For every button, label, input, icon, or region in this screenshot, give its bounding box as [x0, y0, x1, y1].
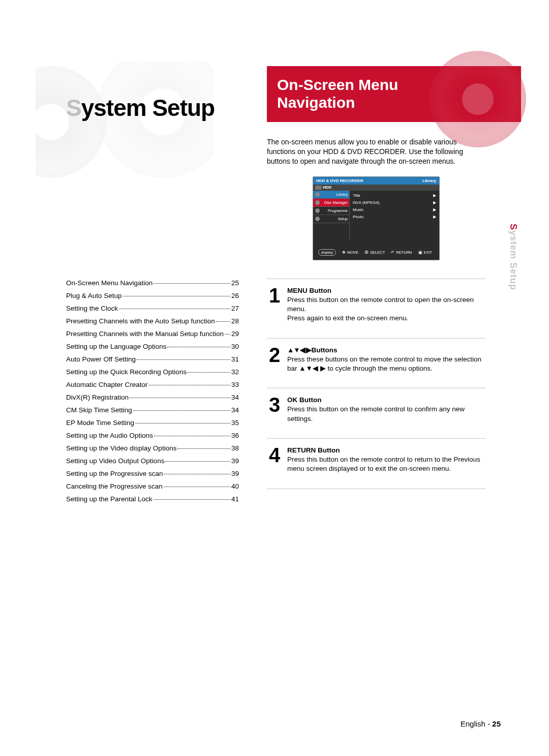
- toc-page: 32: [231, 368, 239, 376]
- step-text: Press this button on the remote control …: [287, 296, 474, 313]
- disc-decor: [36, 61, 214, 239]
- anykey-pill: Anykey: [318, 249, 336, 256]
- toc-page: 41: [231, 495, 239, 503]
- toc-page: 39: [231, 457, 239, 465]
- toc-label: Setting up the Parental Lock: [66, 495, 152, 503]
- toc-label: Plug & Auto Setup: [66, 292, 122, 299]
- toc-page: 28: [231, 317, 239, 325]
- return-icon: ↶: [391, 250, 394, 255]
- step-title: MENU Button: [287, 287, 331, 294]
- step-number: 2: [267, 346, 282, 364]
- step-number: 1: [267, 286, 282, 305]
- dpad-icon: ✥: [342, 250, 346, 255]
- step-number: 4: [267, 446, 282, 464]
- toc-row: EP Mode Time Setting35: [66, 419, 239, 427]
- toc-row: Setting up the Video display Options38: [66, 444, 239, 452]
- toc-row: Presetting Channels with the Manual Setu…: [66, 330, 239, 338]
- step-text: Press these buttons on the remote contro…: [287, 355, 481, 372]
- toc-row: Setting up the Parental Lock41: [66, 495, 239, 503]
- divider: [267, 488, 485, 489]
- page-footer: English - 25: [461, 719, 501, 728]
- toc-page: 36: [231, 432, 239, 439]
- clock-icon: [315, 208, 320, 213]
- side-tab: System Setup: [508, 224, 518, 290]
- toc-page: 34: [231, 406, 239, 414]
- step-1: 1 MENU Button Press this button on the r…: [267, 286, 485, 323]
- toc-row: Setting up the Language Options30: [66, 343, 239, 350]
- toc-row: Presetting Channels with the Auto Setup …: [66, 317, 239, 325]
- divider: [267, 438, 485, 439]
- toc-page: 33: [231, 381, 239, 388]
- step-2: 2 ▲▼◀ ▶Buttons Press these buttons on th…: [267, 346, 485, 374]
- step-title: RETURN Button: [287, 446, 340, 454]
- toc-page: 40: [231, 482, 239, 490]
- step-number: 3: [267, 396, 282, 414]
- toc-label: Setting up the Quick Recording Options: [66, 368, 187, 376]
- toc-row: Canceling the Progressive scan40: [66, 482, 239, 490]
- exit-icon: ▣: [418, 250, 422, 255]
- step-text: Press this button on the remote control …: [287, 456, 480, 472]
- toc-row: Setting the Clock27: [66, 305, 239, 312]
- library-icon: [315, 192, 320, 197]
- toc-page: 30: [231, 343, 239, 350]
- toc-label: Setting up the Progressive scan: [66, 470, 163, 477]
- toc-page: 29: [231, 330, 239, 338]
- toc-page: 34: [231, 394, 239, 401]
- toc-row: On-Screen Menu Navigation25: [66, 279, 239, 287]
- toc-row: Plug & Auto Setup26: [66, 292, 239, 299]
- toc-page: 39: [231, 470, 239, 477]
- ms-header-left: HDD & DVD RECORDER: [316, 178, 363, 183]
- ms-header-right: Library: [422, 178, 436, 183]
- toc-label: On-Screen Menu Navigation: [66, 279, 152, 287]
- toc-row: Auto Power Off Setting31: [66, 355, 239, 363]
- toc-page: 38: [231, 444, 239, 452]
- toc-label: Setting up the Video display Options: [66, 444, 176, 452]
- toc-row: Setting up Video Output Options39: [66, 457, 239, 465]
- arrow-buttons-icon: ▲▼◀ ▶: [287, 346, 311, 354]
- toc-row: CM Skip Time Setting34: [66, 406, 239, 414]
- toc-label: Presetting Channels with the Auto Setup …: [66, 317, 215, 325]
- step-text: Press again to exit the on-screen menu.: [287, 314, 409, 322]
- toc-label: CM Skip Time Setting: [66, 406, 132, 414]
- title-rest: ystem Setup: [81, 95, 215, 121]
- footer-select: ⦿SELECT: [364, 250, 385, 255]
- toc-page: 26: [231, 292, 239, 299]
- toc-row: DivX(R) Registration34: [66, 394, 239, 401]
- ok-icon: ⦿: [364, 250, 369, 255]
- footer-exit: ▣EXIT: [418, 250, 433, 255]
- toc-label: Auto Power Off Setting: [66, 355, 136, 363]
- table-of-contents: On-Screen Menu Navigation25 Plug & Auto …: [66, 279, 239, 503]
- toc-row: Automatic Chapter Creator33: [66, 381, 239, 388]
- toc-label: EP Mode Time Setting: [66, 419, 134, 427]
- toc-row: Setting up the Progressive scan39: [66, 470, 239, 477]
- toc-label: Setting up the Language Options: [66, 343, 166, 350]
- ms-side-item: Library: [313, 191, 349, 199]
- onscreen-menu-illustration: HDD & DVD RECORDER Library HDD Library D…: [313, 176, 440, 260]
- hdd-icon: [315, 186, 321, 190]
- disc-icon: [315, 200, 320, 205]
- toc-row: Setting up the Audio Options36: [66, 432, 239, 439]
- footer-move: ✥MOVE: [342, 250, 358, 255]
- divider: [267, 387, 485, 388]
- step-3: 3 OK Button Press this button on the rem…: [267, 396, 485, 424]
- ms-side-item: Programme: [313, 207, 349, 215]
- toc-label: DivX(R) Registration: [66, 394, 129, 401]
- toc-label: Setting the Clock: [66, 305, 118, 312]
- step-title: Buttons: [311, 346, 337, 354]
- toc-label: Setting up the Audio Options: [66, 432, 153, 439]
- divider: [267, 278, 485, 279]
- page-heading: On-Screen Menu Navigation: [267, 66, 485, 111]
- divider: [267, 338, 485, 339]
- step-text: Press this button on the remote control …: [287, 405, 465, 422]
- gear-icon: [315, 217, 320, 221]
- ms-side-item: Disc Manager: [313, 199, 349, 207]
- toc-page: 27: [231, 305, 239, 312]
- step-title: OK Button: [287, 396, 321, 404]
- footer-return: ↶RETURN: [391, 250, 412, 255]
- intro-text: The on-screen menus allow you to enable …: [267, 137, 485, 166]
- ms-side-item: Setup: [313, 215, 349, 223]
- toc-page: 31: [231, 355, 239, 363]
- toc-row: Setting up the Quick Recording Options32: [66, 368, 239, 376]
- toc-label: Setting up Video Output Options: [66, 457, 164, 465]
- toc-label: Canceling the Progressive scan: [66, 482, 163, 490]
